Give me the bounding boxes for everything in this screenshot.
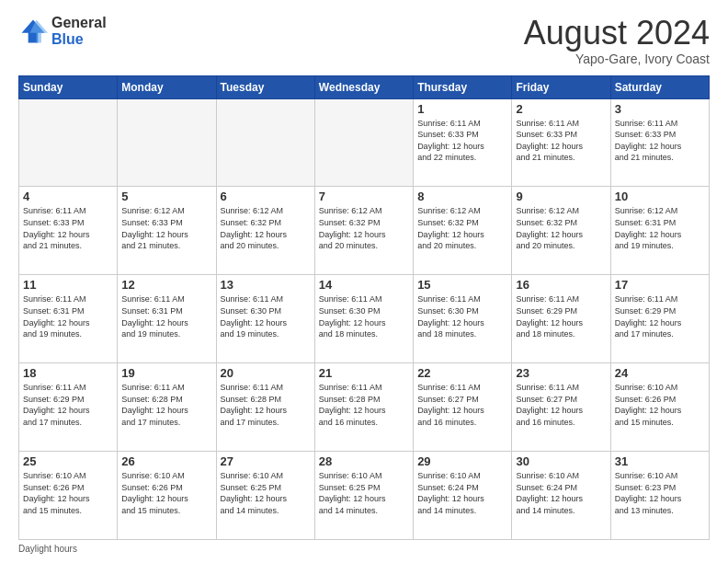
weekday-header: Thursday [414,75,512,98]
page: General Blue August 2024 Yapo-Gare, Ivor… [0,0,728,563]
day-info: Sunrise: 6:10 AM Sunset: 6:24 PM Dayligh… [516,470,606,516]
calendar-cell: 16Sunrise: 6:11 AM Sunset: 6:29 PM Dayli… [512,275,610,363]
calendar-cell: 14Sunrise: 6:11 AM Sunset: 6:30 PM Dayli… [314,275,413,363]
weekday-header: Monday [118,75,216,98]
calendar-cell: 29Sunrise: 6:10 AM Sunset: 6:24 PM Dayli… [414,452,512,540]
title-block: August 2024 Yapo-Gare, Ivory Coast [524,15,710,66]
calendar-cell: 6Sunrise: 6:12 AM Sunset: 6:32 PM Daylig… [216,187,314,275]
day-info: Sunrise: 6:11 AM Sunset: 6:27 PM Dayligh… [417,382,507,428]
day-number: 29 [417,454,507,468]
calendar-week-row: 18Sunrise: 6:11 AM Sunset: 6:29 PM Dayli… [19,363,710,452]
calendar-cell: 1Sunrise: 6:11 AM Sunset: 6:33 PM Daylig… [414,98,512,187]
day-number: 20 [221,366,311,380]
month-year: August 2024 [524,15,710,52]
day-info: Sunrise: 6:11 AM Sunset: 6:29 PM Dayligh… [615,293,705,339]
day-info: Sunrise: 6:11 AM Sunset: 6:33 PM Dayligh… [516,118,606,164]
calendar-week-row: 11Sunrise: 6:11 AM Sunset: 6:31 PM Dayli… [19,275,710,363]
calendar-cell: 22Sunrise: 6:11 AM Sunset: 6:27 PM Dayli… [414,363,512,452]
day-number: 23 [516,366,606,380]
weekday-header: Wednesday [314,75,413,98]
day-info: Sunrise: 6:10 AM Sunset: 6:25 PM Dayligh… [221,470,311,516]
calendar-cell: 13Sunrise: 6:11 AM Sunset: 6:30 PM Dayli… [216,275,314,363]
logo: General Blue [18,15,107,47]
weekday-header: Tuesday [216,75,314,98]
day-number: 19 [121,366,211,380]
day-number: 31 [615,454,705,468]
logo-text: General Blue [51,15,107,47]
calendar-cell: 10Sunrise: 6:12 AM Sunset: 6:31 PM Dayli… [610,187,709,275]
day-info: Sunrise: 6:11 AM Sunset: 6:27 PM Dayligh… [516,382,606,428]
day-info: Sunrise: 6:12 AM Sunset: 6:32 PM Dayligh… [319,205,409,251]
day-info: Sunrise: 6:10 AM Sunset: 6:26 PM Dayligh… [121,470,211,516]
day-number: 15 [417,278,507,292]
day-number: 11 [23,278,113,292]
day-number: 1 [417,102,507,116]
day-number: 8 [417,190,507,203]
day-info: Sunrise: 6:12 AM Sunset: 6:32 PM Dayligh… [417,205,507,251]
weekday-header: Sunday [19,75,118,98]
day-number: 14 [319,278,409,292]
day-number: 2 [516,102,606,116]
day-number: 30 [516,454,606,468]
day-number: 5 [121,190,211,203]
calendar: SundayMondayTuesdayWednesdayThursdayFrid… [18,75,710,540]
day-info: Sunrise: 6:11 AM Sunset: 6:30 PM Dayligh… [319,293,409,339]
calendar-cell: 20Sunrise: 6:11 AM Sunset: 6:28 PM Dayli… [216,363,314,452]
day-info: Sunrise: 6:11 AM Sunset: 6:28 PM Dayligh… [221,382,311,428]
calendar-cell: 3Sunrise: 6:11 AM Sunset: 6:33 PM Daylig… [610,98,709,187]
calendar-cell [19,98,118,187]
calendar-cell: 7Sunrise: 6:12 AM Sunset: 6:32 PM Daylig… [314,187,413,275]
calendar-cell: 31Sunrise: 6:10 AM Sunset: 6:23 PM Dayli… [610,452,709,540]
day-info: Sunrise: 6:11 AM Sunset: 6:31 PM Dayligh… [23,293,113,339]
day-number: 26 [121,454,211,468]
day-number: 17 [615,278,705,292]
day-info: Sunrise: 6:11 AM Sunset: 6:33 PM Dayligh… [417,118,507,164]
day-info: Sunrise: 6:10 AM Sunset: 6:25 PM Dayligh… [319,470,409,516]
day-number: 9 [516,190,606,203]
calendar-cell [118,98,216,187]
day-info: Sunrise: 6:11 AM Sunset: 6:29 PM Dayligh… [516,293,606,339]
calendar-cell: 26Sunrise: 6:10 AM Sunset: 6:26 PM Dayli… [118,452,216,540]
day-info: Sunrise: 6:10 AM Sunset: 6:23 PM Dayligh… [615,470,705,516]
calendar-cell: 5Sunrise: 6:12 AM Sunset: 6:33 PM Daylig… [118,187,216,275]
day-number: 21 [319,366,409,380]
calendar-cell: 4Sunrise: 6:11 AM Sunset: 6:33 PM Daylig… [19,187,118,275]
day-info: Sunrise: 6:12 AM Sunset: 6:32 PM Dayligh… [221,205,311,251]
day-info: Sunrise: 6:10 AM Sunset: 6:26 PM Dayligh… [23,470,113,516]
day-number: 28 [319,454,409,468]
day-info: Sunrise: 6:11 AM Sunset: 6:28 PM Dayligh… [319,382,409,428]
calendar-cell: 25Sunrise: 6:10 AM Sunset: 6:26 PM Dayli… [19,452,118,540]
calendar-cell: 18Sunrise: 6:11 AM Sunset: 6:29 PM Dayli… [19,363,118,452]
day-number: 18 [23,366,113,380]
logo-general: General [51,15,107,31]
calendar-cell: 27Sunrise: 6:10 AM Sunset: 6:25 PM Dayli… [216,452,314,540]
day-number: 27 [221,454,311,468]
day-number: 3 [615,102,705,116]
day-info: Sunrise: 6:12 AM Sunset: 6:32 PM Dayligh… [516,205,606,251]
calendar-cell: 28Sunrise: 6:10 AM Sunset: 6:25 PM Dayli… [314,452,413,540]
header: General Blue August 2024 Yapo-Gare, Ivor… [18,15,710,66]
calendar-week-row: 1Sunrise: 6:11 AM Sunset: 6:33 PM Daylig… [19,98,710,187]
calendar-cell: 15Sunrise: 6:11 AM Sunset: 6:30 PM Dayli… [414,275,512,363]
calendar-cell: 21Sunrise: 6:11 AM Sunset: 6:28 PM Dayli… [314,363,413,452]
day-info: Sunrise: 6:11 AM Sunset: 6:30 PM Dayligh… [221,293,311,339]
day-info: Sunrise: 6:10 AM Sunset: 6:24 PM Dayligh… [417,470,507,516]
logo-blue: Blue [51,31,107,48]
calendar-cell [314,98,413,187]
calendar-cell: 19Sunrise: 6:11 AM Sunset: 6:28 PM Dayli… [118,363,216,452]
day-info: Sunrise: 6:12 AM Sunset: 6:31 PM Dayligh… [615,205,705,251]
calendar-week-row: 4Sunrise: 6:11 AM Sunset: 6:33 PM Daylig… [19,187,710,275]
calendar-cell [216,98,314,187]
footer-note: Daylight hours [18,544,710,554]
day-number: 7 [319,190,409,203]
calendar-cell: 30Sunrise: 6:10 AM Sunset: 6:24 PM Dayli… [512,452,610,540]
day-info: Sunrise: 6:10 AM Sunset: 6:26 PM Dayligh… [615,382,705,428]
calendar-cell: 23Sunrise: 6:11 AM Sunset: 6:27 PM Dayli… [512,363,610,452]
location: Yapo-Gare, Ivory Coast [524,52,710,66]
weekday-header: Friday [512,75,610,98]
weekday-header-row: SundayMondayTuesdayWednesdayThursdayFrid… [19,75,710,98]
day-number: 25 [23,454,113,468]
day-number: 24 [615,366,705,380]
weekday-header: Saturday [610,75,709,98]
day-info: Sunrise: 6:11 AM Sunset: 6:30 PM Dayligh… [417,293,507,339]
